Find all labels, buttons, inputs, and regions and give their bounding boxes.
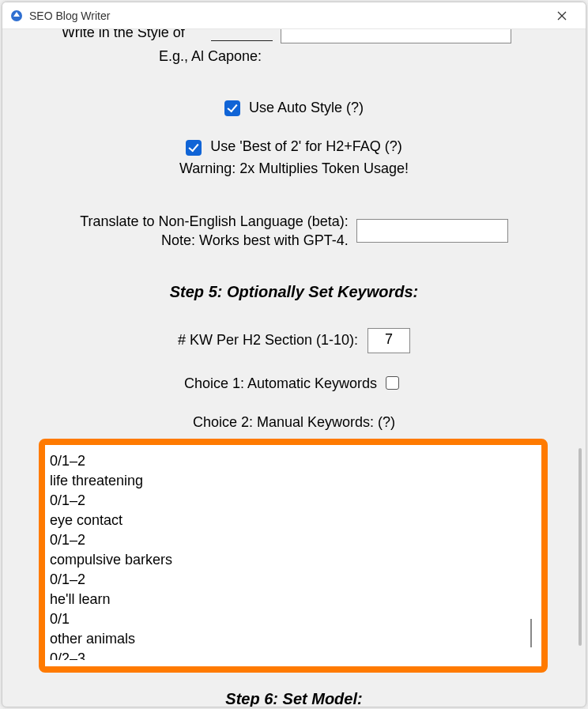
close-button[interactable] (546, 4, 578, 28)
kw-per-value: 7 (385, 331, 393, 347)
window-title: SEO Blog Writer (29, 9, 110, 22)
kw-per-label: # KW Per H2 Section (1-10): (178, 332, 358, 349)
bestof2-row: Use 'Best of 2' for H2+FAQ (?) (2, 138, 586, 155)
translate-labels: Translate to Non-English Language (beta)… (80, 212, 349, 250)
translate-input[interactable] (356, 219, 508, 243)
style-example-input[interactable] (281, 29, 511, 43)
bestof2-checkbox[interactable] (186, 140, 202, 156)
write-style-label: Write in the Style of (62, 29, 185, 41)
kw-per-input[interactable]: 7 (368, 328, 410, 353)
style-underline (211, 40, 273, 41)
translate-line2: Note: Works best with GPT-4. (80, 231, 349, 250)
bestof2-label: Use 'Best of 2' for H2+FAQ (?) (210, 138, 401, 154)
choice1-row: Choice 1: Automatic Keywords (2, 375, 586, 392)
translate-block: Translate to Non-English Language (beta)… (2, 212, 586, 250)
kw-per-row: # KW Per H2 Section (1-10): 7 (2, 328, 586, 353)
choice2-label: Choice 2: Manual Keywords: (?) (193, 414, 395, 430)
step6-heading: Step 6: Set Model: (2, 690, 586, 707)
app-icon (10, 9, 23, 22)
titlebar: SEO Blog Writer (2, 2, 586, 29)
step5-heading: Step 5: Optionally Set Keywords: (2, 283, 586, 301)
auto-style-label: Use Auto Style (?) (249, 100, 364, 115)
content-area: Write in the Style of E.g., Al Capone: U… (2, 29, 586, 707)
window-scrollbar[interactable] (579, 448, 582, 646)
translate-line1: Translate to Non-English Language (beta)… (80, 212, 349, 231)
manual-keywords-textarea[interactable]: 0/1–2 life threatening 0/1–2 eye contact… (50, 451, 530, 660)
auto-style-checkbox[interactable] (224, 100, 240, 116)
use-auto-style-row: Use Auto Style (?) (2, 100, 586, 116)
close-icon (557, 11, 567, 21)
textarea-scrollbar[interactable] (530, 619, 532, 647)
manual-keywords-highlight: 0/1–2 life threatening 0/1–2 eye contact… (39, 439, 548, 673)
choice1-label: Choice 1: Automatic Keywords (184, 375, 377, 391)
app-window: SEO Blog Writer Write in the Style of E.… (2, 2, 586, 707)
style-row: Write in the Style of (2, 29, 586, 53)
choice1-checkbox[interactable] (386, 376, 399, 390)
choice2-row: Choice 2: Manual Keywords: (?) (2, 414, 586, 431)
bestof2-warning: Warning: 2x Multiplies Token Usage! (2, 160, 586, 177)
